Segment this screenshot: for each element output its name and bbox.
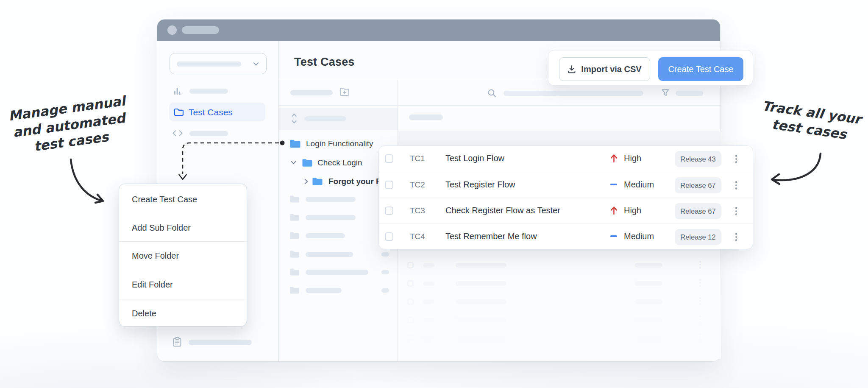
ghost-list-row [398, 335, 721, 341]
table-row[interactable]: TC1 Test Login Flow High Release 43 [379, 146, 753, 172]
folder-icon [290, 195, 299, 203]
table-row[interactable]: TC2 Test Register Flow Medium Release 67 [379, 172, 753, 198]
test-case-title: Test Login Flow [445, 154, 504, 163]
folder-icon [302, 159, 312, 167]
folder-plus-icon [339, 87, 350, 97]
priority-high-icon [610, 153, 618, 163]
annotation-track-test-cases: Track all your test cases [754, 97, 868, 145]
ghost-list-row [398, 280, 721, 287]
row-menu-icon[interactable] [732, 230, 740, 244]
tree-folder-label: Login Functionality [306, 139, 373, 148]
create-test-case-button[interactable]: Create Test Case [658, 57, 743, 81]
ghost-folder-row [290, 268, 299, 277]
search-input[interactable] [504, 91, 643, 96]
priority-medium-icon [610, 179, 618, 190]
ghost-list-row [398, 299, 721, 305]
ghost-folder-row [290, 287, 299, 296]
chevron-down-icon[interactable] [291, 161, 296, 165]
menu-item-create-test-case[interactable]: Create Test Case [119, 191, 247, 208]
menu-item-add-sub-folder[interactable]: Add Sub Folder [119, 219, 247, 236]
sidebar-reports-placeholder [189, 340, 252, 345]
header-actions-card: Import via CSV Create Test Case [548, 50, 753, 86]
menu-item-delete[interactable]: Delete [119, 305, 247, 322]
ghost-list-row [398, 317, 721, 324]
folder-icon [290, 232, 299, 239]
ghost-list-row [398, 262, 721, 269]
folder-context-menu: Create Test Case Add Sub Folder Move Fol… [119, 184, 247, 327]
tree-header-placeholder [305, 116, 346, 121]
chevron-right-icon[interactable] [304, 179, 308, 184]
priority-label: High [624, 154, 641, 163]
import-csv-label: Import via CSV [581, 64, 641, 74]
release-badge: Release 12 [675, 229, 721, 245]
import-csv-button[interactable]: Import via CSV [559, 57, 650, 81]
bar-chart-icon [174, 87, 181, 95]
sidebar-item-test-cases[interactable]: Test Cases [169, 103, 265, 121]
search-icon [487, 89, 497, 100]
menu-item-move-folder[interactable]: Move Folder [119, 247, 247, 264]
page-title: Test Cases [294, 56, 355, 69]
test-case-title: Check Register Flow as Tester [445, 206, 560, 215]
sidebar-divider [278, 41, 279, 362]
tree-folder-label: Check Login [317, 158, 362, 167]
ghost-folder-row [290, 251, 299, 260]
release-badge: Release 43 [675, 151, 721, 167]
menu-divider [119, 299, 247, 299]
ghost-folder-row [290, 232, 299, 241]
project-name-placeholder [177, 61, 241, 67]
folder-icon [290, 268, 299, 276]
test-case-title: Test Remember Me flow [445, 232, 537, 241]
sidebar-item-automation[interactable] [172, 130, 183, 138]
menu-item-edit-folder[interactable]: Edit Folder [119, 276, 247, 293]
folder-icon [290, 287, 299, 294]
page: { "annotations": { "left_lines": ["Manag… [0, 0, 868, 388]
folder-icon [290, 140, 300, 148]
filter-button[interactable] [662, 89, 669, 98]
test-case-id: TC2 [410, 180, 425, 190]
sidebar-analytics-placeholder [189, 89, 228, 94]
window-titlebar [157, 20, 720, 41]
sidebar-item-label: Test Cases [189, 107, 233, 117]
tree-header [279, 108, 398, 130]
menu-divider [119, 241, 247, 242]
annotation-manage-test-cases: Manage manual and automated test cases [5, 92, 133, 159]
folder-icon [312, 177, 323, 186]
window-control-icon[interactable] [167, 25, 177, 35]
sidebar-item-reports[interactable] [173, 337, 181, 349]
table-row[interactable]: TC3 Check Register Flow as Tester High R… [379, 198, 753, 224]
chevron-down-icon [253, 61, 259, 67]
table-row[interactable]: TC4 Test Remember Me flow Medium Release… [379, 224, 753, 249]
code-icon [172, 130, 183, 136]
filter-icon [662, 89, 669, 97]
priority-high-icon [610, 205, 618, 215]
sidebar-item-analytics[interactable] [174, 87, 181, 97]
create-test-case-label: Create Test Case [668, 64, 733, 74]
test-case-id: TC4 [410, 232, 425, 241]
priority-label: High [624, 206, 641, 215]
folder-icon [174, 108, 184, 116]
add-folder-button[interactable] [339, 87, 350, 98]
sidebar-automation-placeholder [189, 131, 228, 136]
folder-icon [290, 251, 299, 258]
row-checkbox[interactable] [385, 181, 393, 189]
priority-label: Medium [624, 180, 654, 190]
toolbar-breadcrumb-placeholder [290, 90, 333, 95]
test-case-id: TC3 [410, 206, 425, 215]
row-checkbox[interactable] [385, 154, 393, 163]
sort-icon[interactable] [291, 113, 297, 124]
priority-medium-icon [610, 231, 618, 241]
window-title-placeholder [182, 26, 219, 34]
clipboard-icon [173, 337, 181, 347]
ghost-folder-row [290, 195, 299, 204]
ghost-folder-row [290, 214, 299, 223]
row-menu-icon[interactable] [732, 204, 740, 218]
test-case-id: TC1 [410, 154, 425, 163]
test-case-table: TC1 Test Login Flow High Release 43 TC2 … [378, 145, 753, 249]
list-header-placeholder [409, 114, 443, 120]
row-checkbox[interactable] [385, 232, 393, 241]
row-menu-icon[interactable] [732, 152, 740, 166]
project-selector[interactable] [170, 53, 267, 74]
download-icon [568, 65, 576, 73]
row-menu-icon[interactable] [732, 179, 740, 192]
row-checkbox[interactable] [385, 207, 393, 215]
